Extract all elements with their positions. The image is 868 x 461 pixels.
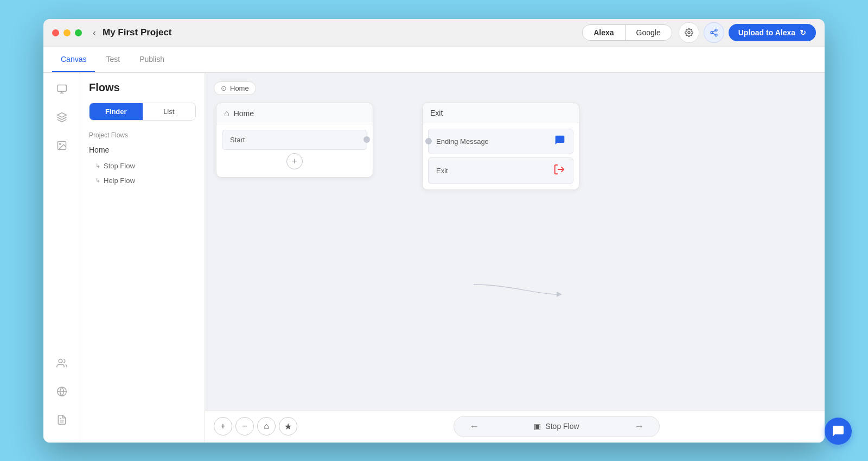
start-node-label: Start [230,136,245,144]
flow-stop-label: Stop Flow [104,162,135,170]
tabs-bar: Canvas Test Publish [43,47,825,73]
svg-line-5 [712,30,715,32]
home-breadcrumb: ⊙ Home [214,81,256,95]
traffic-lights [52,29,82,36]
titlebar: ‹ My First Project Alexa Google Upload t… [43,19,825,47]
refresh-icon: ↻ [800,28,806,37]
project-flows-label: Project Flows [80,125,205,141]
svg-point-0 [688,31,690,34]
settings-button[interactable] [679,22,699,43]
platform-selector: Alexa Google [582,24,672,41]
flows-title: Flows [80,73,205,98]
svg-point-2 [711,31,713,34]
start-node[interactable]: Start [222,130,367,150]
nav-label-icon: ▣ [534,422,541,431]
monitor-icon[interactable] [52,79,72,99]
home-flow-card: ⌂ Home Start + [216,103,373,178]
flow-home[interactable]: Home [80,141,205,159]
image-icon[interactable] [52,136,72,155]
ending-message-node[interactable]: Ending Message [428,129,573,154]
home-breadcrumb-label: Home [230,84,249,92]
svg-point-11 [59,359,62,363]
canvas-bottom-bar: + − ⌂ ★ ← ▣ Stop Flow → [205,410,825,443]
home-breadcrumb-icon: ⊙ [221,84,227,92]
add-node-button[interactable]: + [286,153,303,169]
project-title: My First Project [103,27,582,38]
home-card-body: Start + [216,124,373,177]
close-button[interactable] [52,29,59,36]
connection-path [474,285,558,294]
sub-arrow-help: ↳ [95,177,100,184]
connection-arrow [557,292,562,297]
finder-toggle[interactable]: Finder [90,103,143,120]
exit-card-header: Exit [423,103,579,123]
sub-arrow-stop: ↳ [95,162,100,169]
canvas-workspace[interactable]: ⊙ Home ⌂ Home [205,73,825,410]
home-zoom-button[interactable]: ⌂ [257,417,276,435]
nav-right-arrow[interactable]: → [634,421,644,432]
flows-toggle: Finder List [89,103,196,121]
nav-bar: ← ▣ Stop Flow → [297,416,816,437]
upload-label: Upload to Alexa [738,28,795,37]
house-icon: ⌂ [224,109,229,118]
users-icon[interactable] [52,353,72,373]
back-button[interactable]: ‹ [91,25,98,41]
share-button[interactable] [704,22,724,43]
main-content: Flows Finder List Project Flows Home ↳ S… [43,73,825,443]
nav-label: ▣ Stop Flow [534,422,579,431]
exit-node-label: Exit [436,167,448,175]
nav-left-arrow[interactable]: ← [469,421,479,432]
globe-icon[interactable] [52,382,72,401]
icon-sidebar [43,73,80,443]
chat-button[interactable] [825,418,852,445]
icon-sidebar-bottom [52,353,72,436]
maximize-button[interactable] [75,29,82,36]
flows-panel: Flows Finder List Project Flows Home ↳ S… [80,73,205,443]
zoom-in-button[interactable]: + [214,417,232,435]
exit-node[interactable]: Exit [428,157,573,184]
flow-help[interactable]: ↳ Help Flow [80,173,205,188]
message-icon [554,135,565,148]
nav-inner: ← ▣ Stop Flow → [454,416,660,437]
svg-point-3 [715,34,717,36]
canvas-area: ⊙ Home ⌂ Home [205,73,825,443]
flow-help-label: Help Flow [104,176,135,185]
tab-test[interactable]: Test [97,47,129,72]
flow-stop[interactable]: ↳ Stop Flow [80,159,205,173]
app-window: ‹ My First Project Alexa Google Upload t… [43,19,825,443]
svg-line-4 [712,33,715,35]
exit-card-body: Ending Message Exit [423,123,579,190]
tab-canvas[interactable]: Canvas [52,47,95,72]
zoom-controls: + − ⌂ ★ [214,417,297,435]
google-platform-button[interactable]: Google [626,25,672,40]
nav-label-text: Stop Flow [545,422,579,431]
svg-rect-6 [57,85,66,91]
file-icon[interactable] [52,410,72,430]
flow-cards: ⌂ Home Start + [216,103,579,190]
start-node-connector-out [363,136,370,143]
layers-icon[interactable] [52,108,72,127]
exit-icon [553,163,565,178]
home-card-header: ⌂ Home [216,103,373,124]
svg-point-1 [715,29,717,31]
upload-button[interactable]: Upload to Alexa ↻ [729,24,816,41]
alexa-platform-button[interactable]: Alexa [583,25,625,40]
list-toggle[interactable]: List [143,103,196,120]
exit-flow-card: Exit Ending Message [422,103,579,190]
tab-publish[interactable]: Publish [131,47,173,72]
svg-point-10 [59,143,61,144]
favorite-button[interactable]: ★ [279,417,297,435]
ending-message-connector-in [425,138,432,144]
zoom-out-button[interactable]: − [235,417,254,435]
ending-message-label: Ending Message [436,137,489,146]
home-card-title: Home [234,109,254,118]
exit-card-title: Exit [430,109,443,117]
minimize-button[interactable] [63,29,71,36]
